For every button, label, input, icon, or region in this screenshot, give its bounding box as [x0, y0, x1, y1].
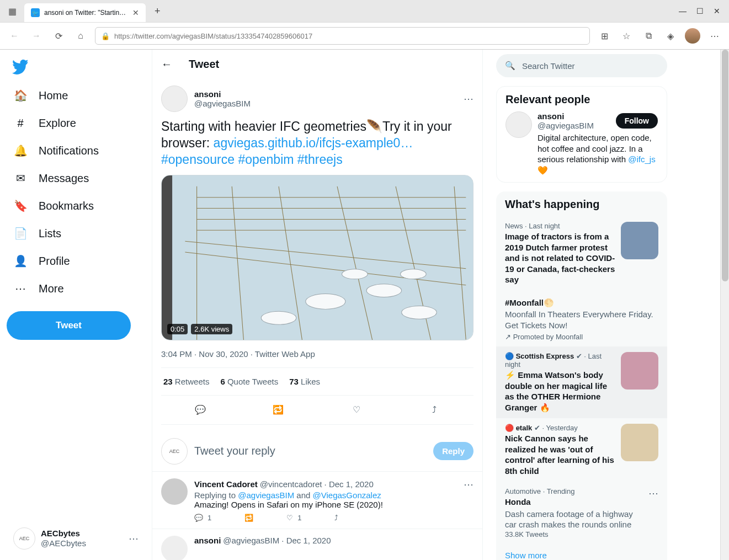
author-handle[interactable]: @agviegasBIM [194, 99, 251, 108]
reply-share-button[interactable]: ⤴ [334, 514, 338, 522]
reply-submit-button[interactable]: Reply [433, 442, 473, 460]
close-tab-icon[interactable]: ✕ [132, 8, 139, 17]
replying-to: Replying to @agviegasBIM and @ViegasGonz… [194, 490, 473, 500]
likes-stat[interactable]: 73 Likes [289, 377, 320, 386]
nav-lists[interactable]: 📄Lists [7, 220, 145, 247]
account-avatar: AEC [13, 527, 35, 550]
reply-date: · Dec 1, 2020 [281, 536, 331, 545]
reply-item[interactable]: ansoni @agviegasBIM · Dec 1, 2020 [152, 529, 482, 560]
relevant-handle[interactable]: @agviegasBIM [538, 121, 611, 130]
whats-happening-card: What's happening News · Last night Image… [496, 191, 667, 560]
tweet-media[interactable]: 0:05 2.6K views [161, 175, 473, 340]
tab-actions-icon[interactable]: ▦ [4, 3, 20, 19]
trend-item[interactable]: 🔵 Scottish Express ✔ · Last night ⚡ Emma… [496, 346, 667, 418]
extensions-icon[interactable]: ⊞ [597, 28, 612, 44]
author-name[interactable]: ansoni [194, 89, 251, 99]
tweet-link[interactable]: agviegas.github.io/ifcjs-example0… [214, 136, 413, 150]
like-button[interactable]: ♡ [347, 400, 366, 420]
reply-author-handle[interactable]: @agviegasBIM [223, 536, 279, 545]
lock-icon: 🔒 [101, 32, 110, 40]
reply-like-button[interactable]: ♡ 1 [286, 514, 301, 522]
profile-avatar[interactable] [685, 28, 700, 44]
reply-author-name[interactable]: ansoni [194, 536, 221, 545]
quotes-stat[interactable]: 6 Quote Tweets [220, 377, 278, 386]
relevant-avatar[interactable] [505, 111, 532, 138]
trend-item[interactable]: News · Last night Image of tractors is f… [505, 216, 658, 291]
browser-tab[interactable]: 🐦 ansoni on Twitter: "Starting with ✕ [24, 3, 146, 22]
reply-avatar[interactable] [161, 536, 188, 560]
minimize-button[interactable]: — [679, 7, 687, 15]
bell-icon: 🔔 [13, 143, 28, 158]
right-sidebar: 🔍 Search Twitter Relevant people ansoni … [483, 50, 676, 560]
screenshot-icon[interactable]: ◈ [663, 28, 678, 44]
refresh-button[interactable]: ⟳ [51, 28, 66, 44]
trend-item-promoted[interactable]: #Moonfall🌕 Moonfall In Theaters Everywhe… [505, 291, 658, 347]
tweet-text: Starting with heavier IFC geometries🪶Try… [161, 119, 473, 168]
collections-icon[interactable]: ⧉ [641, 28, 656, 44]
hashtag-openbim[interactable]: #openbim [238, 152, 294, 167]
trend-thumbnail [621, 352, 658, 390]
home-button[interactable]: ⌂ [73, 28, 88, 44]
main-header: ← Tweet [152, 50, 482, 79]
tweet-timestamp[interactable]: 3:04 PM · Nov 30, 2020 · Twitter Web App [161, 349, 473, 359]
retweets-stat[interactable]: 23 Retweets [163, 377, 209, 386]
address-bar[interactable]: 🔒 https://twitter.com/agviegasBIM/status… [95, 27, 590, 45]
share-button[interactable]: ⤴ [424, 400, 444, 420]
mention-link[interactable]: @agviegasBIM [238, 490, 294, 500]
show-more-link[interactable]: Show more [505, 544, 658, 561]
reply-item[interactable]: Vincent Cadoret @vincentcadoret · Dec 1,… [152, 472, 482, 529]
scrollbar[interactable] [720, 50, 729, 560]
account-handle: @AECbytes [41, 538, 86, 548]
reply-retweet-button[interactable]: 🔁 [244, 514, 253, 522]
nav-messages[interactable]: ✉Messages [7, 164, 145, 192]
reply-date: · Dec 1, 2020 [324, 479, 374, 489]
trend-more-button[interactable]: ⋯ [648, 487, 658, 538]
tweet: ansoni @agviegasBIM ⋯ Starting with heav… [152, 79, 482, 431]
mention-link[interactable]: @ViegasGonzalez [313, 490, 381, 500]
follow-button[interactable]: Follow [616, 113, 658, 129]
back-button[interactable]: ← [7, 28, 22, 44]
reply-author-name[interactable]: Vincent Cadoret [194, 479, 258, 489]
nav-bookmarks[interactable]: 🔖Bookmarks [7, 192, 145, 220]
reply-input[interactable]: Tweet your reply [194, 445, 427, 457]
relevant-name[interactable]: ansoni [538, 111, 611, 121]
reply-avatar[interactable] [161, 478, 188, 505]
scrollbar-thumb[interactable] [722, 50, 728, 281]
back-arrow-button[interactable]: ← [161, 58, 172, 71]
favorites-icon[interactable]: ☆ [619, 28, 634, 44]
account-switcher[interactable]: AEC AECbytes @AECbytes ⋯ [7, 521, 145, 556]
browser-chrome: ▦ 🐦 ansoni on Twitter: "Starting with ✕ … [0, 0, 729, 50]
reply-author-handle[interactable]: @vincentcadoret [260, 479, 322, 489]
forward-button[interactable]: → [29, 28, 44, 44]
tweet-more-button[interactable]: ⋯ [464, 93, 473, 105]
svg-point-16 [402, 306, 437, 319]
hashtag-opensource[interactable]: #opensource [161, 152, 235, 167]
close-window-button[interactable]: ✕ [714, 7, 720, 15]
relevant-bio: Digital architecture, open code, hot cof… [538, 132, 658, 175]
author-avatar[interactable] [161, 86, 188, 112]
reply-button[interactable]: 💬 [190, 400, 210, 420]
hashtag-threejs[interactable]: #threejs [297, 152, 343, 167]
search-input[interactable]: 🔍 Search Twitter [496, 54, 667, 77]
twitter-logo[interactable] [7, 54, 34, 82]
retweet-button[interactable]: 🔁 [268, 400, 288, 420]
trend-item[interactable]: 🔴 etalk ✔ · Yesterday Nick Cannon says h… [505, 418, 658, 482]
compose-tweet-button[interactable]: Tweet [7, 311, 131, 340]
trend-item[interactable]: Automotive · Trending Honda Dash camera … [505, 482, 658, 544]
new-tab-button[interactable]: + [150, 3, 165, 19]
nav-explore[interactable]: #Explore [7, 109, 145, 137]
nav-notifications[interactable]: 🔔Notifications [7, 137, 145, 164]
svg-rect-1 [162, 175, 172, 340]
nav-profile[interactable]: 👤Profile [7, 247, 145, 275]
maximize-button[interactable]: ☐ [696, 7, 704, 15]
mail-icon: ✉ [13, 171, 28, 185]
bio-link[interactable]: @ifc_js [628, 154, 655, 164]
reply-more-button[interactable]: ⋯ [464, 478, 473, 490]
relevant-people-card: Relevant people ansoni @agviegasBIM Foll… [496, 86, 667, 183]
nav-home[interactable]: 🏠Home [7, 82, 145, 109]
account-more-icon[interactable]: ⋯ [129, 532, 139, 545]
bookmark-icon: 🔖 [13, 199, 28, 213]
reply-reply-button[interactable]: 💬 1 [194, 514, 211, 522]
nav-more[interactable]: ⋯More [7, 275, 145, 302]
menu-button[interactable]: ⋯ [707, 28, 722, 44]
